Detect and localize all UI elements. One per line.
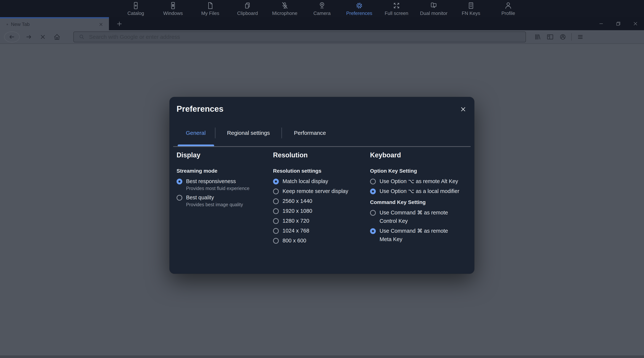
library-icon <box>534 33 542 41</box>
tab-close-icon[interactable] <box>98 21 104 28</box>
section-heading: Resolution <box>273 151 362 159</box>
fn-keys-icon <box>467 1 475 10</box>
menu-button[interactable] <box>575 32 586 42</box>
clipboard-icon <box>244 1 252 10</box>
section-heading: Keyboard <box>370 151 460 159</box>
home-button[interactable] <box>52 32 62 42</box>
radio-option-use-option-as-remote-alt-key[interactable]: Use Option ⌥ as remote Alt Key <box>370 177 460 186</box>
tabs-divider-line <box>173 146 470 147</box>
dialog-tab-general[interactable]: General <box>176 127 215 139</box>
toolbar-item-catalog[interactable]: Catalog <box>117 0 154 17</box>
search-icon <box>78 33 85 41</box>
stop-icon <box>39 33 47 41</box>
gear-icon <box>355 1 363 10</box>
group-title: Resolution settings <box>273 168 362 174</box>
radio-unselected <box>273 198 279 204</box>
account-icon <box>559 33 567 41</box>
radio-selected <box>370 228 376 234</box>
camera-off-icon <box>318 1 326 10</box>
radio-unselected <box>273 228 279 234</box>
menu-icon <box>576 33 584 41</box>
group-option-key-setting: Option Key Setting Use Option ⌥ as remot… <box>370 168 460 196</box>
radio-option-use-option-as-a-local-modifier[interactable]: Use Option ⌥ as a local modifier <box>370 187 460 196</box>
toolbar-item-my-files[interactable]: My Files <box>192 0 229 17</box>
sidebar-icon <box>546 33 554 41</box>
nav-right-icons <box>531 32 587 42</box>
dialog-title: Preferences <box>176 104 224 114</box>
radio-unselected <box>370 210 376 216</box>
section-keyboard: KeyboardOption Key Setting Use Option ⌥ … <box>370 151 460 245</box>
remote-session-toolbar: Catalog Windows My Files Clipboard Micro… <box>0 0 644 17</box>
minimize-window-button[interactable] <box>592 17 610 30</box>
group-resolution-settings: Resolution settings Match local display … <box>273 168 362 245</box>
restore-icon <box>615 20 622 27</box>
radio-option-800-x-600[interactable]: 800 x 600 <box>273 236 362 245</box>
radio-option-use-command-as-remote-control-key[interactable]: Use Command ⌘ as remote Control Key <box>370 209 460 225</box>
section-heading: Display <box>176 151 266 159</box>
tab-unread-dot: • <box>6 22 8 27</box>
group-command-key-setting: Command Key Setting Use Command ⌘ as rem… <box>370 199 460 244</box>
close-icon <box>632 20 639 27</box>
window-controls <box>592 17 644 30</box>
toolbar-item-profile[interactable]: Profile <box>490 0 527 17</box>
library-button[interactable] <box>532 32 543 42</box>
radio-option-2560-x-1440[interactable]: 2560 x 1440 <box>273 197 362 205</box>
windows-icon <box>169 1 177 10</box>
section-display: DisplayStreaming mode Best responsivenes… <box>176 151 266 210</box>
radio-option-1920-x-1080[interactable]: 1920 x 1080 <box>273 207 362 215</box>
url-input[interactable] <box>89 34 526 40</box>
toolbar-item-clipboard[interactable]: Clipboard <box>229 0 266 17</box>
forward-button[interactable] <box>24 32 34 42</box>
radio-unselected <box>273 238 279 244</box>
group-streaming-mode: Streaming mode Best responsiveness Provi… <box>176 168 266 207</box>
account-button[interactable] <box>558 32 568 42</box>
close-window-button[interactable] <box>627 17 644 30</box>
option-description: Provides most fluid experience <box>186 186 249 191</box>
radio-option-use-command-as-remote-meta-key[interactable]: Use Command ⌘ as remote Meta Key <box>370 227 460 244</box>
catalog-icon <box>132 1 140 10</box>
dual-monitor-icon <box>430 1 438 10</box>
dialog-tabs: GeneralRegional settingsPerformance <box>176 127 338 139</box>
toolbar-item-windows[interactable]: Windows <box>154 0 192 17</box>
home-icon <box>53 33 61 41</box>
browser-tab-new-tab[interactable]: • New Tab <box>0 17 109 30</box>
toolbar-item-camera[interactable]: Camera <box>304 0 340 17</box>
my-files-icon <box>206 1 214 10</box>
dialog-close-button[interactable] <box>458 104 468 114</box>
screen: Catalog Windows My Files Clipboard Micro… <box>0 0 644 358</box>
toolbar-item-dual-monitor[interactable]: Dual monitor <box>415 0 452 17</box>
radio-option-1024-x-768[interactable]: 1024 x 768 <box>273 227 362 235</box>
forward-icon <box>24 33 33 41</box>
back-button[interactable] <box>4 32 20 42</box>
toolbar-item-preferences[interactable]: Preferences <box>340 0 378 17</box>
toolbar-item-full-screen[interactable]: Full screen <box>378 0 415 17</box>
dialog-tab-performance[interactable]: Performance <box>282 127 338 139</box>
radio-option-match-local-display[interactable]: Match local display <box>273 177 362 186</box>
restore-window-button[interactable] <box>610 17 627 30</box>
tab-title: New Tab <box>11 22 98 27</box>
radio-option-best-responsiveness[interactable]: Best responsiveness Provides most fluid … <box>176 177 266 191</box>
fullscreen-icon <box>392 1 400 10</box>
back-icon <box>8 33 16 41</box>
radio-option-1280-x-720[interactable]: 1280 x 720 <box>273 217 362 225</box>
dialog-tab-regional-settings[interactable]: Regional settings <box>216 127 282 139</box>
radio-option-best-quality[interactable]: Best quality Provides best image quality <box>176 193 266 207</box>
new-tab-button[interactable] <box>114 19 125 29</box>
preferences-dialog: Preferences GeneralRegional settingsPerf… <box>170 97 474 274</box>
option-description: Provides best image quality <box>186 202 243 207</box>
section-resolution: ResolutionResolution settings Match loca… <box>273 151 362 246</box>
radio-unselected <box>370 179 376 185</box>
sidebar-button[interactable] <box>545 32 555 42</box>
toolbar-item-microphone[interactable]: Microphone <box>266 0 304 17</box>
browser-nav-toolbar <box>0 30 644 44</box>
stop-button[interactable] <box>38 32 48 42</box>
close-icon <box>459 105 467 113</box>
group-title: Option Key Setting <box>370 168 460 174</box>
window-bottom-edge <box>0 355 644 358</box>
url-bar[interactable] <box>74 32 526 42</box>
radio-selected <box>176 179 182 185</box>
radio-option-keep-remote-server-display[interactable]: Keep remote server display <box>273 187 362 196</box>
microphone-muted-icon <box>281 1 289 10</box>
toolbar-item-fn-keys[interactable]: FN Keys <box>452 0 490 17</box>
radio-selected <box>370 189 376 194</box>
